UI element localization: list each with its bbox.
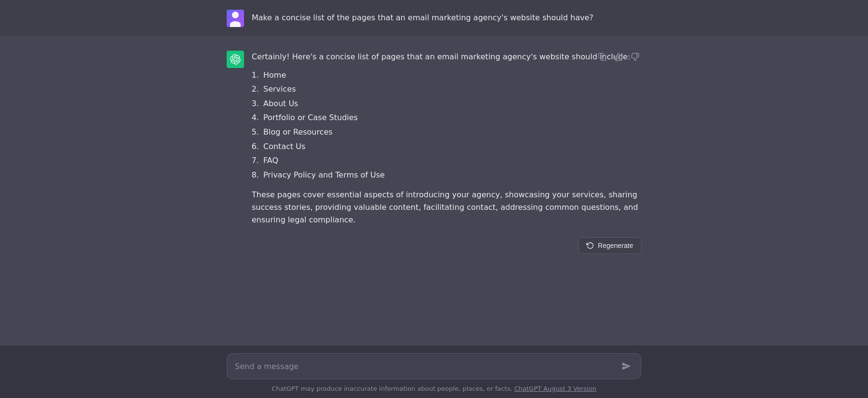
svg-rect-0 xyxy=(601,56,606,61)
regenerate-icon xyxy=(586,242,594,249)
list-item: Privacy Policy and Terms of Use xyxy=(261,169,641,181)
list-item: Portfolio or Case Studies xyxy=(261,111,641,124)
thumbs-up-button[interactable] xyxy=(612,51,625,63)
copy-button[interactable] xyxy=(596,51,609,63)
list-item: Blog or Resources xyxy=(261,126,641,138)
list-item: Services xyxy=(261,83,641,96)
input-wrapper xyxy=(227,353,641,379)
footer-version-link[interactable]: ChatGPT August 3 Version xyxy=(514,385,596,392)
message-input[interactable] xyxy=(235,362,614,371)
list-item: FAQ xyxy=(261,154,641,167)
footer-disclaimer: ChatGPT may produce inaccurate informati… xyxy=(271,385,512,392)
list-item: Home xyxy=(261,69,641,82)
thumbs-down-button[interactable] xyxy=(629,51,641,63)
user-message-text: Make a concise list of the pages that an… xyxy=(252,10,641,24)
copy-icon xyxy=(598,53,607,61)
send-icon xyxy=(622,361,631,371)
user-message-section: Make a concise list of the pages that an… xyxy=(0,0,868,37)
assistant-intro: Certainly! Here's a concise list of page… xyxy=(252,51,641,63)
regenerate-label: Regenerate xyxy=(598,242,633,249)
thumbs-down-icon xyxy=(631,53,639,61)
send-button[interactable] xyxy=(620,359,633,373)
thumbs-up-icon xyxy=(614,53,623,61)
list-item: Contact Us xyxy=(261,140,641,153)
user-avatar xyxy=(227,10,244,27)
gpt-avatar xyxy=(227,51,244,68)
assistant-content: Certainly! Here's a concise list of page… xyxy=(252,51,641,232)
action-icons-group xyxy=(596,51,641,63)
regenerate-area: Regenerate xyxy=(217,232,651,254)
pages-list: Home Services About Us Portfolio or Case… xyxy=(261,69,641,181)
assistant-message-section: Certainly! Here's a concise list of page… xyxy=(0,37,868,345)
assistant-summary: These pages cover essential aspects of i… xyxy=(252,189,641,226)
regenerate-button[interactable]: Regenerate xyxy=(578,237,641,254)
input-section: ChatGPT may produce inaccurate informati… xyxy=(0,345,868,398)
footer-text: ChatGPT may produce inaccurate informati… xyxy=(227,384,641,394)
list-item: About Us xyxy=(261,97,641,110)
